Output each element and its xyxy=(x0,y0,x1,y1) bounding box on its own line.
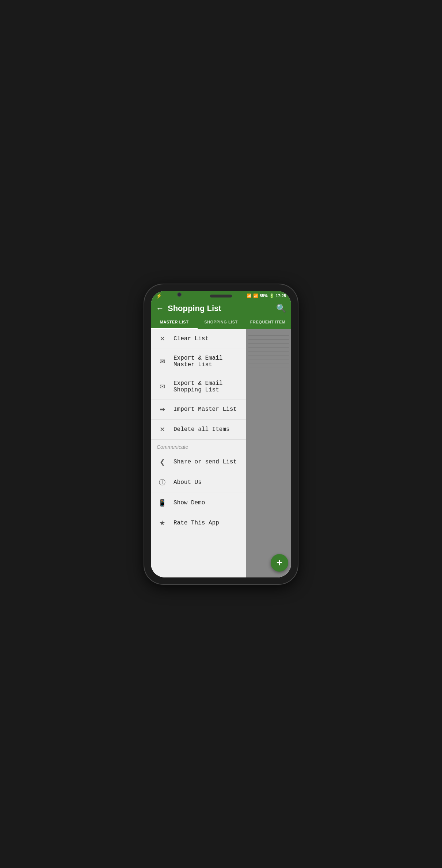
status-left: ⚡ xyxy=(156,293,162,299)
panel-line xyxy=(248,368,289,368)
share-list-label: Share or send List xyxy=(174,459,237,465)
app-bar: ← Shopping List 🔍 xyxy=(151,300,291,316)
panel-line xyxy=(248,336,289,336)
panel-line xyxy=(248,404,289,404)
panel-line xyxy=(248,372,289,372)
menu-panel: ✕ Clear List ✉ Export & Email Master Lis… xyxy=(151,329,246,577)
menu-item-export-master[interactable]: ✉ Export & Email Master List xyxy=(151,349,246,374)
camera xyxy=(177,292,182,297)
import-master-label: Import Master List xyxy=(174,406,237,413)
panel-line xyxy=(248,344,289,344)
export-master-label: Export & Email Master List xyxy=(174,355,240,368)
tab-master-list[interactable]: MASTER LIST xyxy=(151,316,198,329)
content-area: ✕ Clear List ✉ Export & Email Master Lis… xyxy=(151,329,291,577)
tab-frequent-item[interactable]: FREQUENT ITEM xyxy=(244,316,291,329)
phone-icon: 📱 xyxy=(157,499,168,507)
tab-shopping-list[interactable]: SHOPPING LIST xyxy=(198,316,244,329)
x-icon: ✕ xyxy=(157,335,168,343)
mail-icon-2: ✉ xyxy=(157,383,168,391)
fab-button[interactable]: + xyxy=(271,554,288,572)
menu-item-clear-list[interactable]: ✕ Clear List xyxy=(151,329,246,349)
share-icon: ❮ xyxy=(157,458,168,466)
panel-line xyxy=(248,340,289,340)
menu-item-delete-all[interactable]: ✕ Delete all Items xyxy=(151,420,246,440)
mail-icon-1: ✉ xyxy=(157,357,168,365)
panel-line xyxy=(248,412,289,412)
wifi-icon: 📶 xyxy=(247,293,252,298)
rate-app-label: Rate This App xyxy=(174,520,219,526)
communicate-section-header: Communicate xyxy=(151,440,246,452)
menu-item-show-demo[interactable]: 📱 Show Demo xyxy=(151,493,246,513)
show-demo-label: Show Demo xyxy=(174,500,205,506)
usb-icon: ⚡ xyxy=(156,293,162,299)
battery-percent: 55% xyxy=(260,293,268,298)
panel-line xyxy=(248,416,289,416)
phone-screen: ⚡ 📶 📶 55% 🔋 17:25 ← Shopping List 🔍 MAST… xyxy=(151,291,291,577)
panel-line xyxy=(248,356,289,356)
back-button[interactable]: ← xyxy=(156,304,164,313)
app-title: Shopping List xyxy=(168,304,221,313)
about-us-label: About Us xyxy=(174,479,202,486)
clear-list-label: Clear List xyxy=(174,336,209,342)
status-bar: ⚡ 📶 📶 55% 🔋 17:25 xyxy=(151,291,291,300)
panel-line xyxy=(248,360,289,360)
menu-item-rate-app[interactable]: ★ Rate This App xyxy=(151,513,246,533)
time-display: 17:25 xyxy=(276,293,286,298)
right-panel-lines xyxy=(246,329,291,423)
status-right: 📶 📶 55% 🔋 17:25 xyxy=(247,293,286,298)
battery-icon: 🔋 xyxy=(269,293,274,298)
import-icon: ➡ xyxy=(157,405,168,413)
panel-line xyxy=(248,408,289,408)
menu-item-export-shopping[interactable]: ✉ Export & Email Shopping List xyxy=(151,374,246,399)
search-button[interactable]: 🔍 xyxy=(276,304,286,313)
panel-line xyxy=(248,376,289,376)
signal-icon: 📶 xyxy=(253,293,258,298)
menu-item-import-master[interactable]: ➡ Import Master List xyxy=(151,399,246,420)
panel-line xyxy=(248,364,289,364)
app-bar-left: ← Shopping List xyxy=(156,304,221,313)
panel-line xyxy=(248,352,289,352)
panel-line xyxy=(248,392,289,392)
menu-item-about-us[interactable]: ⓘ About Us xyxy=(151,472,246,493)
delete-all-label: Delete all Items xyxy=(174,426,230,433)
panel-line xyxy=(248,384,289,384)
panel-line xyxy=(248,400,289,400)
panel-line xyxy=(248,396,289,396)
delete-icon: ✕ xyxy=(157,425,168,433)
tab-bar: MASTER LIST SHOPPING LIST FREQUENT ITEM xyxy=(151,316,291,329)
right-panel: + xyxy=(246,329,291,577)
panel-line xyxy=(248,388,289,388)
menu-item-share-list[interactable]: ❮ Share or send List xyxy=(151,452,246,472)
phone-frame: ⚡ 📶 📶 55% 🔋 17:25 ← Shopping List 🔍 MAST… xyxy=(144,284,298,584)
export-shopping-label: Export & Email Shopping List xyxy=(174,380,240,393)
info-icon: ⓘ xyxy=(157,478,168,487)
panel-line xyxy=(248,348,289,348)
panel-line xyxy=(248,380,289,380)
star-icon: ★ xyxy=(157,519,168,527)
